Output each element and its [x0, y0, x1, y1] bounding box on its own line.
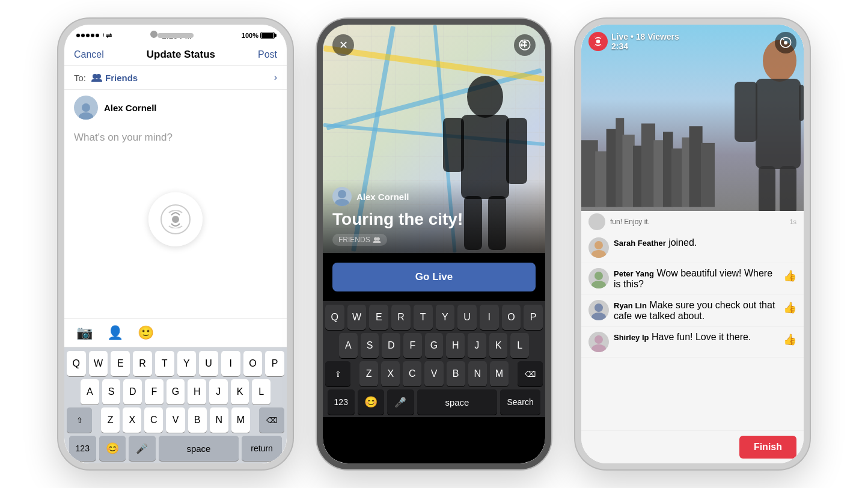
svg-point-41	[591, 250, 606, 258]
key-d[interactable]: D	[123, 379, 142, 404]
key-x[interactable]: X	[123, 407, 141, 433]
live-info-overlay: Alex Cornell Touring the city! FRIENDS	[323, 180, 545, 253]
dark-key-i[interactable]: I	[480, 305, 499, 330]
dark-key-l[interactable]: L	[510, 333, 529, 358]
key-p[interactable]: P	[265, 351, 284, 376]
dark-key-v[interactable]: V	[424, 361, 443, 386]
backspace-key[interactable]: ⌫	[259, 407, 284, 433]
dark-key-g[interactable]: G	[425, 333, 444, 358]
dark-key-z[interactable]: Z	[359, 361, 378, 386]
dark-num-key[interactable]: 123	[328, 389, 355, 415]
shift-key[interactable]: ⇧	[67, 407, 92, 433]
dark-key-p[interactable]: P	[524, 305, 543, 330]
dark-key-a[interactable]: A	[339, 333, 358, 358]
key-u[interactable]: U	[199, 351, 218, 376]
dark-key-t[interactable]: T	[414, 305, 433, 330]
key-o[interactable]: O	[243, 351, 263, 376]
key-v[interactable]: V	[166, 407, 185, 433]
dark-key-y[interactable]: Y	[436, 305, 455, 330]
emoji-key[interactable]: 😊	[99, 436, 126, 461]
key-z[interactable]: Z	[101, 407, 120, 433]
tag-people-icon[interactable]: 👤	[107, 325, 123, 341]
svg-point-44	[594, 303, 603, 312]
camera-icon[interactable]: 📷	[76, 325, 93, 341]
audience-selector[interactable]: Friends	[91, 73, 138, 83]
dark-key-o[interactable]: O	[502, 305, 521, 330]
dark-key-k[interactable]: K	[489, 333, 508, 358]
speaker-1	[157, 33, 194, 38]
partial-time: 1s	[789, 218, 796, 225]
dark-key-c[interactable]: C	[403, 361, 421, 386]
key-t[interactable]: T	[155, 351, 174, 376]
kb-spacer-r	[274, 379, 284, 404]
dark-key-n[interactable]: N	[468, 361, 487, 386]
dark-key-m[interactable]: M	[490, 361, 509, 386]
close-button[interactable]: ✕	[332, 34, 354, 56]
key-a[interactable]: A	[81, 379, 99, 404]
dark-key-u[interactable]: U	[457, 305, 477, 330]
key-b[interactable]: B	[188, 407, 207, 433]
dark-key-x[interactable]: X	[381, 361, 400, 386]
key-j[interactable]: J	[209, 379, 228, 404]
compose-placeholder: What's on your mind?	[74, 132, 173, 143]
svg-point-4	[82, 103, 90, 112]
key-y[interactable]: Y	[177, 351, 197, 376]
phones-container: ᵎ︎ ⇌ 1:20 PM 100% Cancel Update Status P…	[0, 0, 868, 488]
key-c[interactable]: C	[144, 407, 163, 433]
key-h[interactable]: H	[188, 379, 206, 404]
mic-key[interactable]: 🎤	[129, 436, 156, 461]
key-k[interactable]: K	[231, 379, 249, 404]
key-s[interactable]: S	[102, 379, 121, 404]
go-live-overlay[interactable]	[148, 192, 203, 246]
dark-key-w[interactable]: W	[347, 305, 367, 330]
search-key[interactable]: Search	[500, 389, 540, 415]
dark-mic-key[interactable]: 🎤	[387, 389, 414, 415]
dark-key-d[interactable]: D	[382, 333, 400, 358]
dark-key-r[interactable]: R	[391, 305, 411, 330]
svg-rect-36	[759, 166, 775, 211]
kb-dark-row-1: Q W E R T Y U I O P	[325, 305, 543, 330]
shirley-like-icon[interactable]: 👍	[783, 332, 796, 346]
dark-space-key[interactable]: space	[417, 389, 498, 415]
flip-camera-button-3[interactable]	[775, 32, 796, 53]
space-key[interactable]: space	[159, 436, 239, 461]
cancel-button[interactable]: Cancel	[74, 49, 104, 60]
ryan-like-icon[interactable]: 👍	[783, 300, 796, 314]
dark-key-f[interactable]: F	[403, 333, 422, 358]
go-live-button[interactable]: Go Live	[332, 263, 536, 291]
key-e[interactable]: E	[111, 351, 130, 376]
person-silhouette-3	[720, 31, 804, 211]
key-w[interactable]: W	[89, 351, 108, 376]
dark-backspace-key[interactable]: ⌫	[518, 361, 543, 386]
dark-emoji-key[interactable]: 😊	[358, 389, 385, 415]
toolbar-container: 📷 👤 🙂	[64, 319, 287, 347]
dark-key-j[interactable]: J	[468, 333, 486, 358]
peter-like-icon[interactable]: 👍	[783, 268, 796, 282]
emoji-icon[interactable]: 🙂	[138, 325, 154, 341]
dark-key-s[interactable]: S	[361, 333, 379, 358]
key-r[interactable]: R	[133, 351, 152, 376]
svg-rect-26	[653, 140, 665, 207]
dark-shift-key[interactable]: ⇧	[325, 361, 350, 386]
dark-key-q[interactable]: Q	[325, 305, 344, 330]
to-row[interactable]: To: Friends ›	[64, 66, 287, 90]
key-n[interactable]: N	[210, 407, 228, 433]
key-q[interactable]: Q	[67, 351, 86, 376]
dark-key-h[interactable]: H	[446, 333, 465, 358]
post-button[interactable]: Post	[258, 49, 277, 60]
dark-key-b[interactable]: B	[447, 361, 465, 386]
battery-fill	[261, 33, 274, 38]
key-f[interactable]: F	[145, 379, 164, 404]
flip-camera-button[interactable]	[514, 34, 536, 56]
key-m[interactable]: M	[231, 407, 250, 433]
finish-button[interactable]: Finish	[739, 436, 796, 459]
key-i[interactable]: I	[221, 351, 240, 376]
key-l[interactable]: L	[252, 379, 270, 404]
return-key[interactable]: return	[242, 436, 282, 461]
num-key[interactable]: 123	[69, 436, 96, 461]
ryan-content: Ryan Lin Make sure you check out that ca…	[614, 300, 778, 322]
dark-key-e[interactable]: E	[369, 305, 388, 330]
key-g[interactable]: G	[167, 379, 185, 404]
live-info-text: Live • 18 Viewers 2:34	[611, 32, 679, 51]
battery-area: 100%	[242, 32, 275, 39]
